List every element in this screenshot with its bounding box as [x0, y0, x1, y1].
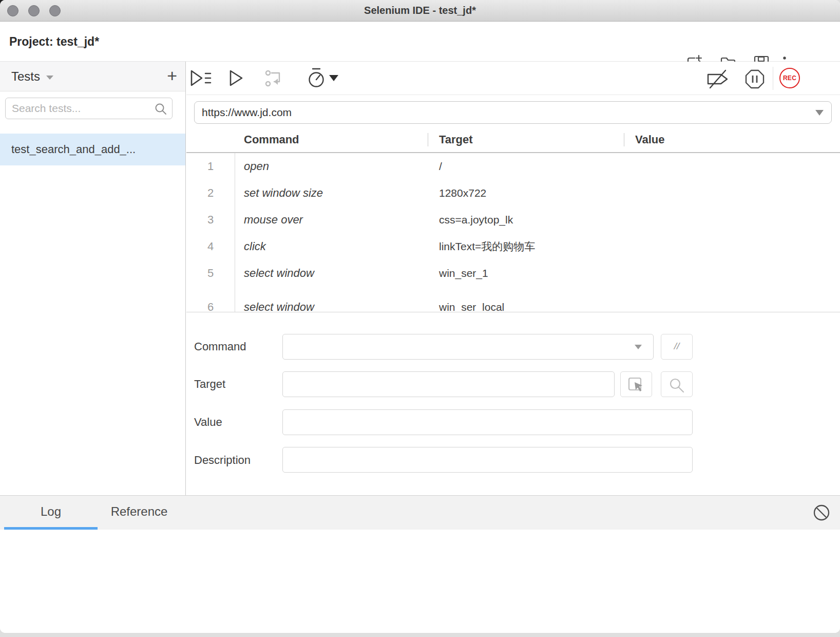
titlebar: Selenium IDE - test_jd*	[0, 0, 840, 22]
row-command: select window	[244, 294, 314, 312]
test-speed-icon[interactable]	[307, 67, 326, 91]
project-bar: Project: test_jd*	[0, 22, 840, 62]
window-title: Selenium IDE - test_jd*	[0, 0, 840, 21]
speed-dropdown-caret-icon[interactable]	[329, 75, 338, 81]
description-field-label: Description	[194, 454, 251, 467]
table-header: Command Target Value	[186, 127, 840, 152]
tests-header: Tests +	[0, 62, 185, 91]
add-test-button[interactable]: +	[167, 62, 177, 89]
select-target-button[interactable]	[620, 371, 652, 397]
toggle-comment-button[interactable]: //	[661, 334, 693, 360]
command-field[interactable]	[282, 334, 654, 360]
search-tests-input[interactable]	[5, 98, 173, 119]
test-name: test_search_and_add_...	[11, 134, 136, 165]
row-command: select window	[244, 260, 314, 287]
command-list: 1 open / 2 set window size 1280x722 3 mo…	[186, 153, 840, 312]
description-field[interactable]	[282, 447, 693, 473]
column-header-value: Value	[635, 127, 664, 152]
row-target: linkText=我的购物车	[439, 233, 535, 260]
command-field-label: Command	[194, 340, 246, 353]
clear-log-icon[interactable]	[813, 504, 830, 523]
search-icon	[154, 102, 167, 118]
table-row[interactable]: 3 mouse over css=a.joytop_lk	[186, 207, 840, 233]
row-number: 2	[186, 180, 235, 207]
command-dropdown-caret-icon[interactable]	[635, 345, 642, 349]
tests-sidebar: Tests + test_search_and_add_...	[0, 62, 186, 495]
column-divider[interactable]	[624, 133, 624, 146]
playback-toolbar: REC	[186, 62, 840, 95]
selenium-ide-window: Selenium IDE - test_jd* Project: test_jd…	[0, 0, 840, 633]
row-number: 3	[186, 207, 235, 233]
pause-on-exceptions-icon[interactable]	[744, 69, 765, 91]
run-current-test-icon[interactable]	[228, 69, 244, 89]
chevron-down-icon	[46, 76, 53, 80]
target-field[interactable]	[282, 371, 615, 397]
step-over-icon[interactable]	[264, 69, 284, 90]
table-row[interactable]: 2 set window size 1280x722	[186, 180, 840, 207]
row-number: 5	[186, 260, 235, 287]
tab-reference[interactable]: Reference	[98, 496, 181, 530]
column-header-command: Command	[244, 127, 299, 152]
row-command: mouse over	[244, 207, 303, 233]
tests-dropdown[interactable]: Tests	[11, 62, 53, 91]
column-divider[interactable]	[428, 133, 428, 146]
base-url-input[interactable]	[194, 101, 832, 124]
value-field-label: Value	[194, 416, 222, 429]
row-target: 1280x722	[439, 180, 486, 207]
table-row[interactable]: 1 open /	[186, 153, 840, 180]
project-title: Project: test_jd*	[9, 22, 99, 62]
row-command: click	[244, 233, 266, 260]
disable-breakpoints-icon[interactable]	[706, 69, 730, 91]
table-row[interactable]: 4 click linkText=我的购物车	[186, 233, 840, 260]
log-content	[0, 530, 840, 633]
target-field-label: Target	[194, 378, 225, 391]
row-number-divider	[235, 153, 235, 312]
find-target-button[interactable]	[661, 371, 693, 397]
column-header-target: Target	[439, 127, 473, 152]
panel-splitter[interactable]	[186, 312, 840, 312]
sidebar-item-test[interactable]: test_search_and_add_...	[0, 134, 185, 165]
url-dropdown-caret-icon[interactable]	[815, 110, 824, 116]
row-number: 4	[186, 233, 235, 260]
bottom-panel-tabbar: Log Reference	[0, 495, 840, 530]
toolbar-divider	[773, 67, 773, 90]
value-field[interactable]	[282, 409, 693, 435]
row-target: win_ser_1	[439, 260, 488, 287]
row-number: 6	[186, 294, 235, 312]
row-number: 1	[186, 153, 235, 180]
row-target: css=a.joytop_lk	[439, 207, 513, 233]
run-all-tests-icon[interactable]	[190, 69, 212, 89]
tab-log[interactable]: Log	[4, 496, 98, 530]
row-command: open	[244, 153, 269, 180]
table-row[interactable]: 5 select window win_ser_1	[186, 260, 840, 287]
table-row[interactable]: 6 select window win_ser_local	[186, 294, 840, 312]
row-command: set window size	[244, 180, 323, 207]
row-target: /	[439, 153, 442, 180]
record-button[interactable]: REC	[779, 68, 800, 88]
row-target: win_ser_local	[439, 294, 504, 312]
